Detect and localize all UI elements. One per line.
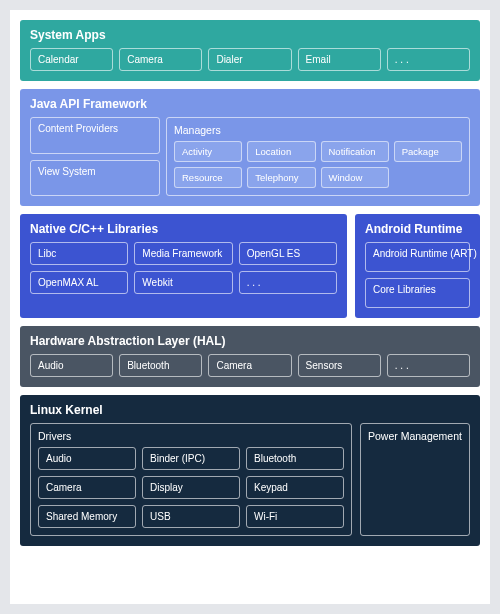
layer-system-apps: System Apps Calendar Camera Dialer Email… <box>20 20 480 81</box>
app-cell: Calendar <box>30 48 113 71</box>
manager-cell: Package <box>394 141 462 162</box>
layer-native-libraries: Native C/C++ Libraries Libc Media Framew… <box>20 214 347 318</box>
hal-cell-more: . . . <box>387 354 470 377</box>
layer-title: Native C/C++ Libraries <box>30 222 337 236</box>
layer-linux-kernel: Linux Kernel Drivers Audio Binder (IPC) … <box>20 395 480 546</box>
native-cell: OpenMAX AL <box>30 271 128 294</box>
manager-cell: Notification <box>321 141 389 162</box>
driver-cell: Audio <box>38 447 136 470</box>
driver-cell: Binder (IPC) <box>142 447 240 470</box>
app-cell: Camera <box>119 48 202 71</box>
drivers-title: Drivers <box>38 430 344 442</box>
driver-cell: Camera <box>38 476 136 499</box>
native-cell: Media Framework <box>134 242 232 265</box>
hal-cell: Audio <box>30 354 113 377</box>
android-stack-diagram: System Apps Calendar Camera Dialer Email… <box>0 0 500 614</box>
api-cell-view-system: View System <box>30 160 160 197</box>
driver-cell: Shared Memory <box>38 505 136 528</box>
layer-title: Java API Framework <box>30 97 470 111</box>
manager-cell: Location <box>247 141 315 162</box>
native-cell-more: . . . <box>239 271 337 294</box>
manager-cell: Window <box>321 167 389 188</box>
driver-cell: Display <box>142 476 240 499</box>
app-cell: Dialer <box>208 48 291 71</box>
layer-android-runtime: Android Runtime Android Runtime (ART) Co… <box>355 214 480 318</box>
native-cell: Webkit <box>134 271 232 294</box>
drivers-group: Drivers Audio Binder (IPC) Bluetooth Cam… <box>30 423 352 536</box>
power-title: Power Management <box>368 430 462 442</box>
driver-cell: USB <box>142 505 240 528</box>
layer-hal: Hardware Abstraction Layer (HAL) Audio B… <box>20 326 480 387</box>
power-management-group: Power Management <box>360 423 470 536</box>
layer-java-api-framework: Java API Framework Content Providers Vie… <box>20 89 480 206</box>
driver-cell: Bluetooth <box>246 447 344 470</box>
managers-group: Managers Activity Location Notification … <box>166 117 470 196</box>
app-cell-more: . . . <box>387 48 470 71</box>
runtime-cell-art: Android Runtime (ART) <box>365 242 470 272</box>
runtime-cell-core: Core Libraries <box>365 278 470 308</box>
layer-title: System Apps <box>30 28 470 42</box>
manager-cell: Telephony <box>247 167 315 188</box>
driver-cell: Wi-Fi <box>246 505 344 528</box>
native-cell: Libc <box>30 242 128 265</box>
manager-cell: Resource <box>174 167 242 188</box>
manager-cell: Activity <box>174 141 242 162</box>
managers-title: Managers <box>174 124 462 136</box>
hal-cell: Sensors <box>298 354 381 377</box>
layer-title: Linux Kernel <box>30 403 470 417</box>
app-cell: Email <box>298 48 381 71</box>
layer-title: Hardware Abstraction Layer (HAL) <box>30 334 470 348</box>
driver-cell: Keypad <box>246 476 344 499</box>
hal-cell: Camera <box>208 354 291 377</box>
native-cell: OpenGL ES <box>239 242 337 265</box>
hal-cell: Bluetooth <box>119 354 202 377</box>
api-cell-content-providers: Content Providers <box>30 117 160 154</box>
layer-title: Android Runtime <box>365 222 470 236</box>
